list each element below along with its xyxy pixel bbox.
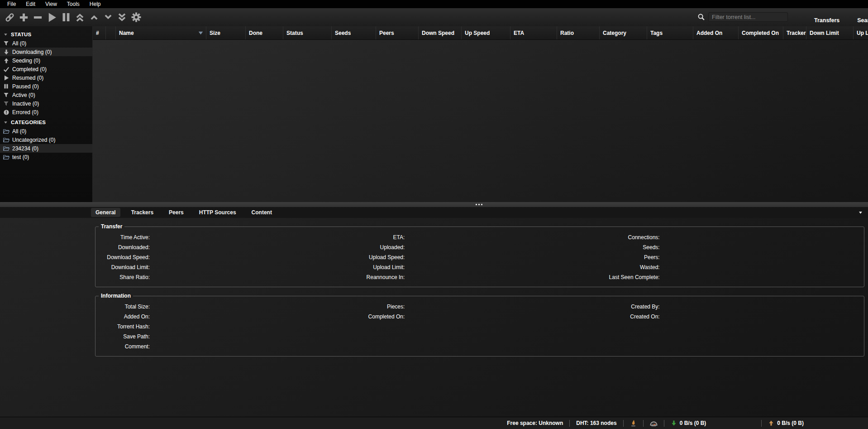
sidebar-item-all-0[interactable]: All (0) — [0, 39, 92, 48]
sidebar-section-categories[interactable]: CATEGORIES — [0, 118, 92, 127]
column-header-ratio[interactable]: Ratio — [557, 26, 600, 40]
column-header-up-limit[interactable]: Up Limit — [854, 26, 868, 40]
splitter-handle[interactable] — [476, 204, 484, 205]
section-title: STATUS — [11, 32, 32, 37]
speed-limits-gauge-icon[interactable] — [644, 419, 664, 428]
torrent-list-empty-area[interactable] — [93, 40, 868, 202]
menu-edit[interactable]: Edit — [21, 0, 40, 8]
sidebar-section-status[interactable]: STATUS — [0, 30, 92, 39]
sidebar-item-paused-0[interactable]: Paused (0) — [0, 82, 92, 91]
detail-panel-tabs: GeneralTrackersPeersHTTP SourcesContent — [0, 207, 868, 218]
field-eta: ETA: — [351, 232, 606, 242]
pause-button[interactable] — [59, 10, 73, 24]
field-label: Total Size: — [96, 304, 150, 310]
sidebar-item-resumed-0[interactable]: Resumed (0) — [0, 73, 92, 82]
menu-file[interactable]: File — [2, 0, 21, 8]
sidebar-item-234234-0[interactable]: 234234 (0) — [0, 144, 92, 153]
menu-tools[interactable]: Tools — [62, 0, 85, 8]
menu-view[interactable]: View — [40, 0, 62, 8]
speed-text: 0 B/s (0 B) — [680, 420, 706, 426]
panel-tab-general[interactable]: General — [91, 208, 120, 217]
field-created-on: Created On: — [606, 312, 861, 322]
add-torrent-file-button[interactable] — [17, 10, 31, 24]
column-header-status[interactable]: Status — [283, 26, 332, 40]
field-label: Completed On: — [351, 313, 405, 320]
column-header-down-limit[interactable]: Down Limit — [806, 26, 854, 40]
error-icon — [2, 109, 10, 116]
column-header-eta[interactable]: ETA — [510, 26, 557, 40]
options-button[interactable] — [129, 10, 143, 24]
sidebar-item-label: Active (0) — [12, 92, 35, 98]
top-priority-button[interactable] — [73, 10, 87, 24]
field-time-active: Time Active: — [96, 232, 351, 242]
sidebar-item-inactive-0[interactable]: Inactive (0) — [0, 99, 92, 108]
field-label: Peers: — [606, 254, 660, 260]
resume-button[interactable] — [45, 10, 59, 24]
column-header-peers[interactable]: Peers — [376, 26, 419, 40]
field-label: Wasted: — [606, 264, 660, 270]
field-peers: Peers: — [606, 252, 861, 262]
field-label: Reannounce In: — [351, 274, 405, 280]
information-legend: Information — [99, 293, 133, 299]
field-label: Downloaded: — [96, 244, 150, 251]
delete-torrent-button[interactable] — [31, 10, 45, 24]
bottom-priority-button[interactable] — [115, 10, 129, 24]
column-header--[interactable]: # — [93, 26, 106, 40]
column-header-down-speed[interactable]: Down Speed — [419, 26, 462, 40]
torrent-filter-input[interactable] — [708, 12, 788, 22]
global-upload-speed[interactable]: 0 B/s (0 B) — [762, 420, 810, 426]
column-header-tags[interactable]: Tags — [647, 26, 693, 40]
column-header-size[interactable]: Size — [206, 26, 246, 40]
state-icon-column[interactable] — [106, 26, 116, 40]
play-small-icon — [2, 75, 10, 81]
panel-tab-peers[interactable]: Peers — [164, 208, 188, 217]
sidebar-item-active-0[interactable]: Active (0) — [0, 91, 92, 99]
panel-splitter[interactable] — [0, 202, 868, 207]
menu-help[interactable]: Help — [85, 0, 106, 8]
dht-nodes: DHT: 163 nodes — [570, 420, 623, 426]
field-label: Torrent Hash: — [96, 323, 150, 330]
column-header-tracker[interactable]: Tracker — [783, 26, 806, 40]
column-header-completed-on[interactable]: Completed On — [739, 26, 783, 40]
search-icon — [697, 13, 705, 21]
column-header-up-speed[interactable]: Up Speed — [462, 26, 510, 40]
field-upload-speed: Upload Speed: — [351, 252, 606, 262]
sidebar-item-uncategorized-0[interactable]: Uncategorized (0) — [0, 135, 92, 144]
sidebar-item-label: Paused (0) — [12, 83, 39, 90]
panel-collapse-chevron-icon[interactable] — [858, 211, 863, 215]
panel-tab-trackers[interactable]: Trackers — [127, 208, 158, 217]
toolbar: TransfersSearch — [0, 8, 868, 26]
panel-tab-content[interactable]: Content — [247, 208, 277, 217]
column-header-seeds[interactable]: Seeds — [332, 26, 376, 40]
sidebar-item-label: Resumed (0) — [12, 75, 43, 81]
column-header-category[interactable]: Category — [600, 26, 647, 40]
column-header-name[interactable]: Name — [116, 26, 206, 40]
filter-icon — [2, 40, 10, 46]
main-window-tabs: TransfersSearch — [802, 16, 868, 25]
field-reannounce-in: Reannounce In: — [351, 272, 606, 282]
sidebar-item-errored-0[interactable]: Errored (0) — [0, 108, 92, 116]
folder-icon — [2, 136, 10, 144]
sidebar-item-completed-0[interactable]: Completed (0) — [0, 65, 92, 73]
field-uploaded: Uploaded: — [351, 242, 606, 252]
folder-icon — [2, 154, 10, 161]
sidebar-item-label: Completed (0) — [12, 66, 47, 72]
sidebar-item-all-0[interactable]: All (0) — [0, 127, 92, 135]
main-tab-search[interactable]: Search — [852, 16, 868, 25]
column-header-added-on[interactable]: Added On — [693, 26, 739, 40]
sidebar: STATUSAll (0)Downloading (0)Seeding (0)C… — [0, 26, 93, 202]
sidebar-item-seeding-0[interactable]: Seeding (0) — [0, 56, 92, 65]
increase-priority-button[interactable] — [87, 10, 101, 24]
global-download-speed[interactable]: 0 B/s (0 B) — [664, 420, 713, 426]
sidebar-item-test-0[interactable]: test (0) — [0, 153, 92, 161]
decrease-priority-button[interactable] — [101, 10, 115, 24]
sidebar-item-downloading-0[interactable]: Downloading (0) — [0, 48, 92, 56]
field-last-seen-complete: Last Seen Complete: — [606, 272, 861, 282]
field-save-path: Save Path: — [96, 332, 861, 342]
field-download-speed: Download Speed: — [96, 252, 351, 262]
column-header-done[interactable]: Done — [246, 26, 283, 40]
add-torrent-link-button[interactable] — [3, 10, 17, 24]
panel-tab-http-sources[interactable]: HTTP Sources — [195, 208, 241, 217]
connection-status-icon[interactable] — [624, 419, 643, 427]
main-tab-transfers[interactable]: Transfers — [809, 16, 845, 25]
